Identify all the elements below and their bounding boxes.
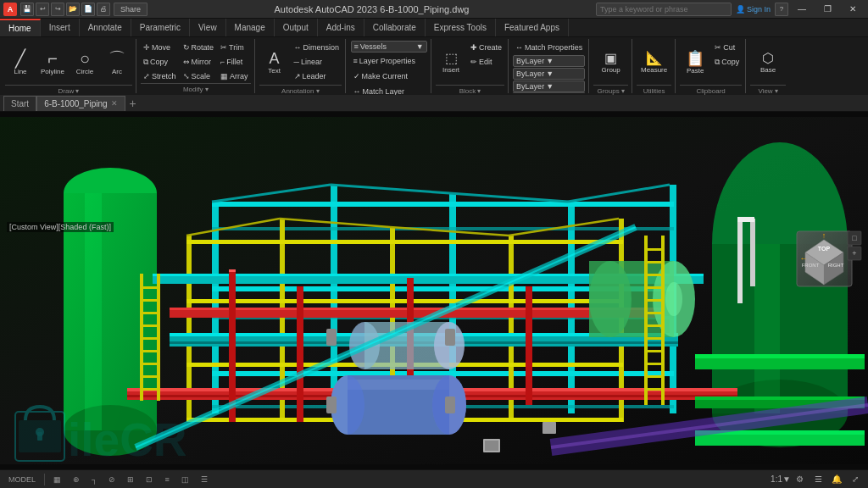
scale-btn[interactable]: ⤡Scale <box>181 69 217 83</box>
title-bar: A 💾 ↩ ↪ 📂 📄 🖨 Share Autodesk AutoCAD 202… <box>0 0 868 19</box>
save-btn[interactable]: 💾 <box>20 3 34 16</box>
color-dropdown[interactable]: ByLayer▼ <box>513 55 585 67</box>
base-btn[interactable]: ⬡ Base <box>753 41 783 85</box>
model-space-btn[interactable]: MODEL <box>5 475 39 484</box>
ui-btn[interactable]: ☰ <box>810 472 826 487</box>
line-btn[interactable]: ╱ Line <box>5 41 36 85</box>
layer-properties-btn[interactable]: ≡Layer Properties <box>351 54 427 68</box>
svg-rect-90 <box>140 363 160 365</box>
layer-dropdown[interactable]: ≡ Vessels ▼ <box>351 41 427 53</box>
text-btn[interactable]: A Text <box>259 41 290 85</box>
group-btn[interactable]: ▣ Group <box>596 41 626 85</box>
annotation-scale-btn[interactable]: 1:1▼ <box>773 472 788 487</box>
grid-btn[interactable]: ▦ <box>50 475 64 484</box>
snap-btn[interactable]: ⊕ <box>70 475 83 484</box>
match-properties-btn[interactable]: ↔Match Properties <box>513 41 585 54</box>
leader-btn[interactable]: ↗Leader <box>292 69 342 83</box>
svg-rect-96 <box>644 261 665 263</box>
trim-btn[interactable]: ✂Trim <box>218 41 251 54</box>
tab-annotate[interactable]: Annotate <box>80 19 131 36</box>
selection-btn[interactable]: ☰ <box>198 475 211 484</box>
copy-clip-btn[interactable]: ⧉Copy <box>712 55 742 69</box>
sign-in-btn[interactable]: 👤 Sign In <box>733 3 773 16</box>
tab-collaborate[interactable]: Collaborate <box>364 19 426 36</box>
object-track-btn[interactable]: ⊡ <box>142 475 156 484</box>
fullscreen-btn[interactable]: ⤢ <box>848 472 863 487</box>
arc-btn[interactable]: ⌒ Arc <box>102 41 132 85</box>
measure-icon: 📐 <box>646 52 663 65</box>
svg-rect-10 <box>754 244 780 413</box>
modify-group: ✛Move ⧉Copy ⤢Stretch ↻Rotate ⇔Mirror ⤡Sc… <box>137 39 255 93</box>
object-snap-btn[interactable]: ⊞ <box>124 475 137 484</box>
dimension-btn[interactable]: ↔Dimension <box>292 41 342 54</box>
block-col2: ✚Create ✏Edit <box>468 41 504 69</box>
print-btn[interactable]: 🖨 <box>97 3 110 16</box>
new-tab-btn[interactable]: + <box>125 96 141 111</box>
tab-featured-apps[interactable]: Featured Apps <box>496 19 569 36</box>
tab-close-icon[interactable]: ✕ <box>111 99 118 108</box>
match-prop-icon: ↔ <box>515 43 523 52</box>
polyline-icon: ⌐ <box>47 50 58 67</box>
share-btn[interactable]: Share <box>114 3 147 16</box>
create-icon: ✚ <box>470 43 477 52</box>
workspace-btn[interactable]: ⚙ <box>792 472 807 487</box>
svg-text:+: + <box>852 249 856 258</box>
polyline-btn[interactable]: ⌐ Polyline <box>37 41 68 85</box>
tab-parametric[interactable]: Parametric <box>131 19 190 36</box>
array-btn[interactable]: ▦Array <box>218 69 251 83</box>
fillet-btn[interactable]: ⌐Fillet <box>218 55 251 69</box>
rotate-btn[interactable]: ↻Rotate <box>181 41 217 54</box>
canvas-viewport[interactable]: TOP RIGHT FRONT ↑ ← □ + <box>0 112 868 469</box>
create-btn[interactable]: ✚Create <box>468 41 504 54</box>
svg-rect-51 <box>297 286 303 422</box>
redo-btn[interactable]: ↪ <box>51 3 64 16</box>
linear-icon: ─ <box>294 58 299 66</box>
measure-btn[interactable]: 📐 Measure <box>639 41 670 85</box>
edit-btn[interactable]: ✏Edit <box>468 55 504 69</box>
mirror-btn[interactable]: ⇔Mirror <box>181 55 217 69</box>
help-btn[interactable]: ? <box>775 3 788 16</box>
move-btn[interactable]: ✛Move <box>141 41 179 54</box>
minimize-btn[interactable]: — <box>790 0 814 19</box>
restore-btn[interactable]: ❐ <box>815 0 839 19</box>
paste-btn[interactable]: 📋 Paste <box>680 41 710 85</box>
array-icon: ▦ <box>220 72 228 80</box>
tab-manage[interactable]: Manage <box>226 19 275 36</box>
tab-add-ins[interactable]: Add-ins <box>318 19 364 36</box>
close-btn[interactable]: ✕ <box>841 0 865 19</box>
circle-btn[interactable]: ○ Circle <box>70 41 100 85</box>
tab-output[interactable]: Output <box>275 19 318 36</box>
stretch-btn[interactable]: ⤢Stretch <box>141 69 179 83</box>
tab-view[interactable]: View <box>190 19 226 36</box>
linetype-dropdown[interactable]: ByLayer▼ <box>513 68 585 80</box>
start-tab[interactable]: Start <box>3 96 36 111</box>
insert-btn[interactable]: ⬚ Insert <box>436 41 466 85</box>
open-btn[interactable]: 📂 <box>66 3 80 16</box>
svg-rect-98 <box>644 286 665 289</box>
tab-express-tools[interactable]: Express Tools <box>426 19 496 36</box>
svg-rect-50 <box>229 269 236 272</box>
svg-rect-81 <box>445 396 455 413</box>
copy-btn[interactable]: ⧉Copy <box>141 55 179 69</box>
linear-btn[interactable]: ─Linear <box>292 55 342 69</box>
new-btn[interactable]: 📄 <box>81 3 95 16</box>
make-current-btn[interactable]: ✓Make Current <box>351 69 427 83</box>
undo-btn[interactable]: ↩ <box>36 3 49 16</box>
insert-icon: ⬚ <box>445 52 458 65</box>
svg-rect-100 <box>644 312 665 314</box>
file-tab[interactable]: 6-B-1000_Piping ✕ <box>36 96 125 111</box>
lineweight-dropdown[interactable]: ByLayer▼ <box>513 80 585 92</box>
polar-btn[interactable]: ⊘ <box>105 475 119 484</box>
ortho-btn[interactable]: ┐ <box>88 475 100 484</box>
tab-insert[interactable]: Insert <box>41 19 80 36</box>
transparency-btn[interactable]: ◫ <box>178 475 192 484</box>
properties-group: ↔Match Properties ByLayer▼ ByLayer▼ ByLa… <box>509 39 589 93</box>
cut-btn[interactable]: ✂Cut <box>712 41 742 54</box>
tab-home[interactable]: Home <box>0 19 41 36</box>
svg-text:□: □ <box>852 234 857 242</box>
search-input[interactable] <box>596 3 732 16</box>
notify-btn[interactable]: 🔔 <box>829 472 844 487</box>
lineweight-btn[interactable]: ≡ <box>161 475 172 484</box>
svg-rect-101 <box>644 324 665 327</box>
layers-icon: ≡ <box>353 57 358 65</box>
